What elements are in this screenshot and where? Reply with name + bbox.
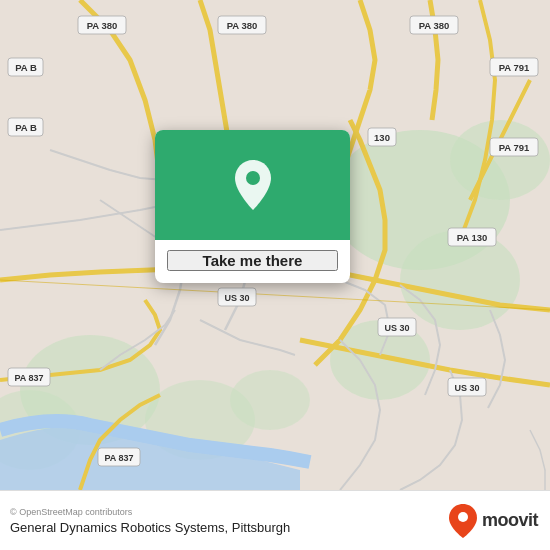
road-label-us30-right: US 30 (384, 323, 409, 333)
road-label-pa380-nw: PA 380 (87, 20, 118, 31)
road-label-pa791-top: PA 791 (499, 62, 530, 73)
take-me-there-button[interactable]: Take me there (167, 250, 338, 271)
road-label-pa130-right: PA 130 (457, 232, 488, 243)
road-label-pa837-mid: PA 837 (104, 453, 133, 463)
road-label-pa837-left: PA 837 (14, 373, 43, 383)
road-label-pa791-right: PA 791 (499, 142, 530, 153)
popup-card: Take me there (155, 130, 350, 283)
moovit-icon (448, 503, 478, 539)
bottom-bar: © OpenStreetMap contributors General Dyn… (0, 490, 550, 550)
svg-point-24 (458, 512, 468, 522)
road-label-us30-bottom: US 30 (454, 383, 479, 393)
svg-point-7 (230, 370, 310, 430)
road-label-130-top: 130 (374, 132, 390, 143)
attribution-text: © OpenStreetMap contributors (10, 507, 290, 517)
moovit-text: moovit (482, 510, 538, 531)
moovit-logo: moovit (448, 503, 538, 539)
popup-label-section: Take me there (155, 240, 350, 283)
location-name: General Dynamics Robotics Systems, Pitts… (10, 520, 290, 535)
road-label-pa380-ne: PA 380 (419, 20, 450, 31)
road-label-us30-mid: US 30 (224, 293, 249, 303)
map-container: PA 380 PA 380 PA 380 PA B PA B PA 791 PA… (0, 0, 550, 490)
road-label-pa380-top: PA 380 (227, 20, 258, 31)
svg-point-8 (450, 120, 550, 200)
road-label-pab-left: PA B (15, 62, 37, 73)
popup-green-area (155, 130, 350, 240)
road-label-pab-mid: PA B (15, 122, 37, 133)
location-pin-icon (231, 158, 275, 212)
bottom-info: © OpenStreetMap contributors General Dyn… (10, 507, 290, 535)
svg-point-23 (246, 171, 260, 185)
